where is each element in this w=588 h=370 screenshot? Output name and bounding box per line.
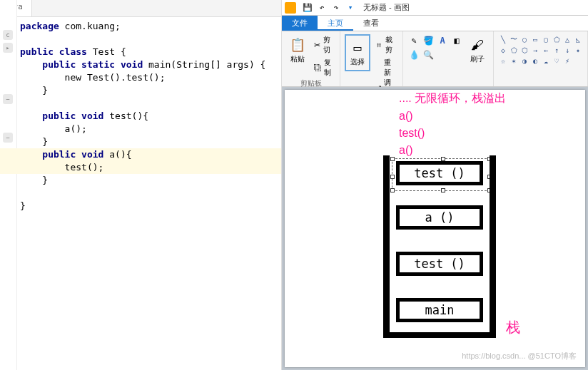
shape-star6-icon[interactable]: ✶ [509, 56, 519, 66]
shape-rect-icon[interactable]: ▭ [530, 34, 540, 44]
stack-bottom [383, 332, 496, 338]
shape-arrow-r-icon[interactable]: → [530, 45, 540, 55]
shape-roundrect-icon[interactable]: ▢ [541, 34, 551, 44]
shape-star5-icon[interactable]: ☆ [498, 56, 508, 66]
undo-icon[interactable]: ↶ [316, 2, 328, 14]
shape-heart-icon[interactable]: ♡ [552, 56, 562, 66]
shape-rtriangle-icon[interactable]: ◺ [573, 34, 583, 44]
ribbon-group-image: ▭ 选择 ⌗裁剪 ⤢重新调整大小 ⟳旋转 ▾ 图像 [340, 31, 403, 86]
code-line: public static void main(String[] args) { [0, 58, 281, 71]
shape-arrow-d-icon[interactable]: ↓ [562, 45, 572, 55]
crop-icon: ⌗ [375, 40, 383, 50]
stack-wall [383, 155, 390, 337]
select-rect-icon: ▭ [349, 38, 366, 56]
code-line: } [0, 174, 281, 187]
shape-cloud-icon[interactable]: ☁ [541, 56, 551, 66]
shape-arrow-u-icon[interactable]: ↑ [552, 45, 562, 55]
ribbon-group-shapes: ╲ 〜 ○ ▭ ▢ ⬠ △ ◺ ◇ ⬠ ⬡ → ← ↑ ↓ ✦ ☆ ✶ ◑ ◐ [494, 31, 588, 86]
fill-tool-icon[interactable]: 🪣 [422, 34, 435, 47]
tab-home[interactable]: 主页 [318, 16, 353, 31]
annotation-overflow-text: .... 无限循环，栈溢出 [399, 91, 506, 106]
ribbon-group-clipboard: 📋 粘贴 ✂剪切 ⿻复制 剪贴板 [282, 31, 340, 86]
dropdown-icon[interactable]: ▾ [345, 2, 356, 14]
code-line: } [0, 84, 281, 97]
ribbon-group-tools: ✎ 🪣 A ◧ 💧 🔍 🖌 刷子 [403, 31, 494, 86]
ribbon-tabs: 文件 主页 查看 [282, 16, 588, 31]
shape-triangle-icon[interactable]: △ [562, 34, 572, 44]
code-line: a(); [0, 123, 281, 135]
shape-callout2-icon[interactable]: ◐ [530, 56, 540, 66]
crop-button[interactable]: ⌗裁剪 [373, 34, 398, 56]
shape-oval-icon[interactable]: ○ [519, 34, 529, 44]
redo-icon[interactable]: ↷ [330, 2, 342, 14]
text-tool-icon[interactable]: A [436, 34, 449, 47]
annotation-call-text: a() [399, 110, 413, 123]
pencil-tool-icon[interactable]: ✎ [407, 34, 420, 47]
shape-hexagon-icon[interactable]: ⬡ [519, 45, 529, 55]
paint-window: 💾 ↶ ↷ ▾ 无标题 - 画图 文件 主页 查看 📋 粘贴 ✂剪切 ⿻复制 剪… [282, 0, 588, 370]
shape-curve-icon[interactable]: 〜 [509, 34, 519, 44]
annotation-call-text: test() [399, 127, 425, 140]
code-line: } [0, 135, 281, 148]
code-line: public void a(){ [0, 148, 281, 161]
picker-tool-icon[interactable]: 💧 [407, 48, 420, 61]
paint-titlebar: 💾 ↶ ↷ ▾ 无标题 - 画图 [282, 0, 588, 16]
tab-file[interactable]: 文件 [282, 16, 318, 31]
clipboard-icon: 📋 [289, 36, 306, 53]
code-line: test(); [0, 161, 281, 174]
editor-tab-bar: ava [0, 0, 281, 17]
code-line: package com.kuang; [0, 20, 281, 33]
stack-frame: test () [396, 161, 483, 185]
watermark-text: https://blog.csdn... @51CTO博客 [462, 351, 577, 361]
shape-star4-icon[interactable]: ✦ [573, 45, 583, 55]
code-area[interactable]: c ▸ − − package com.kuang; public class … [0, 17, 281, 215]
code-line: } [0, 200, 281, 212]
paint-app-icon [285, 2, 296, 14]
paste-button[interactable]: 📋 粘贴 [286, 34, 309, 66]
save-icon[interactable]: 💾 [302, 2, 313, 14]
eraser-tool-icon[interactable]: ◧ [450, 34, 463, 47]
shape-arrow-l-icon[interactable]: ← [541, 45, 551, 55]
brush-button[interactable]: 🖌 刷子 [466, 34, 489, 66]
annotation-call-text: a() [399, 144, 413, 157]
selection-handle[interactable] [390, 157, 395, 161]
tab-view[interactable]: 查看 [353, 16, 389, 31]
select-button[interactable]: ▭ 选择 [345, 34, 370, 71]
code-line [0, 97, 281, 110]
canvas[interactable]: .... 无限循环，栈溢出 a() test() a() 栈 ↖ [285, 90, 585, 367]
stack-wall [490, 155, 496, 337]
code-line: new Test().test(); [0, 71, 281, 84]
copy-icon: ⿻ [314, 63, 322, 73]
canvas-area: .... 无限循环，栈溢出 a() test() a() 栈 ↖ [282, 87, 588, 370]
shape-lightning-icon[interactable]: ⚡ [562, 56, 572, 66]
shape-pentagon-icon[interactable]: ⬠ [509, 45, 519, 55]
zoom-tool-icon[interactable]: 🔍 [422, 48, 435, 61]
stack-frame: a () [396, 205, 483, 230]
stack-frame: main [396, 298, 483, 322]
code-line [0, 33, 281, 46]
shape-diamond-icon[interactable]: ◇ [498, 45, 508, 55]
brush-icon: 🖌 [469, 36, 486, 53]
copy-button[interactable]: ⿻复制 [312, 57, 335, 78]
window-title: 无标题 - 画图 [363, 2, 410, 13]
code-line: public void test(){ [0, 110, 281, 123]
annotation-stack-label: 栈 [506, 318, 520, 337]
selection-handle[interactable] [390, 188, 395, 192]
ribbon: 📋 粘贴 ✂剪切 ⿻复制 剪贴板 ▭ 选择 ⌗裁剪 ⤢重新调整大小 [282, 31, 588, 87]
scissors-icon: ✂ [314, 40, 321, 50]
shape-callout-icon[interactable]: ◑ [519, 56, 529, 66]
selection-handle[interactable] [390, 175, 395, 179]
shape-line-icon[interactable]: ╲ [498, 34, 508, 44]
stack-frame: test () [396, 252, 483, 276]
cut-button[interactable]: ✂剪切 [312, 34, 335, 56]
selection-handle[interactable] [441, 188, 445, 192]
code-line [0, 187, 281, 200]
code-line: public class Test { [0, 46, 281, 58]
shape-polygon-icon[interactable]: ⬠ [552, 34, 562, 44]
code-editor-panel: ava c ▸ − − package com.kuang; public cl… [0, 0, 282, 370]
